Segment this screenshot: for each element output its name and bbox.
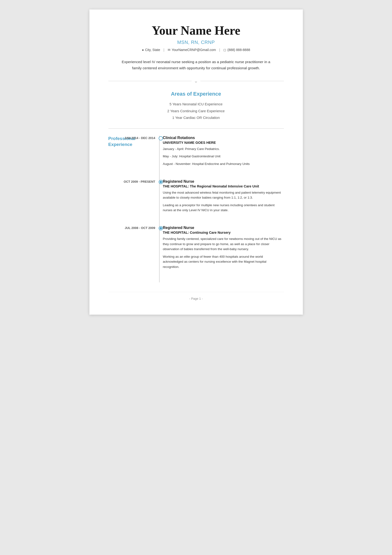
exp-detail-2-0: Using the most advanced wireless fetal m… bbox=[163, 190, 284, 200]
credentials: MSN, RN, CRNP bbox=[108, 40, 284, 45]
page-footer: - Page 1 - bbox=[108, 292, 284, 300]
timeline-area: JAN 2014 - DEC 2014 Clinical Rotations U… bbox=[156, 136, 284, 282]
exp-org-1: UNIVERSITY NAME GOES HERE bbox=[163, 141, 284, 145]
phone-icon: ◻ bbox=[223, 48, 226, 52]
exp-org-2: THE HOSPITAL: The Regional Neonatal Inte… bbox=[163, 184, 284, 188]
email-item: ✉ YourNameCRNP@Gmail.com bbox=[168, 48, 216, 52]
exp-entry-1: JAN 2014 - DEC 2014 Clinical Rotations U… bbox=[163, 136, 284, 169]
professional-experience-section: Professional Experience JAN 2014 - DEC 2… bbox=[108, 136, 284, 282]
email-text: YourNameCRNP@Gmail.com bbox=[172, 48, 216, 52]
exp-date-1: JAN 2014 - DEC 2014 bbox=[115, 136, 158, 140]
exp-sidebar: Professional Experience bbox=[108, 136, 156, 282]
exp-org-3: THE HOSPITAL: Continuing Care Nursery bbox=[163, 231, 284, 234]
page-label: - Page 1 - bbox=[189, 297, 203, 300]
location-icon: ● bbox=[142, 48, 144, 52]
timeline-dot-3 bbox=[159, 226, 163, 230]
areas-list: 5 Years Neonatal ICU Experience 2 Years … bbox=[108, 101, 284, 121]
exp-role-3: Registered Nurse bbox=[163, 226, 284, 230]
contact-bar: ● City, State | ✉ YourNameCRNP@Gmail.com… bbox=[108, 48, 284, 52]
exp-detail-2-1: Leading as a preceptor for multiple new … bbox=[163, 203, 284, 213]
exp-detail-1-2: August - November: Hospital Endocrine an… bbox=[163, 161, 284, 167]
exp-entry-3: JUL 2008 - OCT 2009 Registered Nurse THE… bbox=[163, 226, 284, 272]
email-icon: ✉ bbox=[168, 48, 171, 52]
exp-detail-3-1: Working as an elite group of fewer than … bbox=[163, 254, 284, 270]
areas-item-3: 1 Year Cardiac OR Circulation bbox=[108, 114, 284, 121]
areas-of-experience-section: Areas of Experience 5 Years Neonatal ICU… bbox=[108, 91, 284, 121]
phone-item: ◻ (888) 888-8888 bbox=[223, 48, 250, 52]
candidate-name: Your Name Here bbox=[108, 24, 284, 37]
separator-1: | bbox=[163, 48, 164, 52]
location-item: ● City, State bbox=[142, 48, 160, 52]
exp-role-2: Registered Nurse bbox=[163, 179, 284, 184]
resume-header: Your Name Here MSN, RN, CRNP ● City, Sta… bbox=[108, 24, 284, 52]
timeline-dot-2 bbox=[159, 180, 163, 184]
exp-content-3: Registered Nurse THE HOSPITAL: Continuin… bbox=[163, 226, 284, 272]
location-text: City, State bbox=[145, 48, 160, 52]
exp-date-3: JUL 2008 - OCT 2009 bbox=[115, 226, 158, 230]
exp-content-2: Registered Nurse THE HOSPITAL: The Regio… bbox=[163, 179, 284, 215]
chevron-down-icon: ⌄ bbox=[192, 78, 200, 84]
areas-item-1: 5 Years Neonatal ICU Experience bbox=[108, 101, 284, 108]
areas-title: Areas of Experience bbox=[108, 91, 284, 97]
section-divider bbox=[108, 128, 284, 129]
exp-detail-3-0: Providing family centered, specialized c… bbox=[163, 236, 284, 252]
exp-date-2: OCT 2009 - PRESENT bbox=[115, 179, 158, 183]
exp-content-1: Clinical Rotations UNIVERSITY NAME GOES … bbox=[163, 136, 284, 169]
summary-text: Experienced level IV neonatal nurse seek… bbox=[118, 59, 274, 71]
resume-page: Your Name Here MSN, RN, CRNP ● City, Sta… bbox=[89, 9, 303, 315]
exp-detail-1-1: May - July: Hospital Gastrointestinal Un… bbox=[163, 154, 284, 159]
separator-2: | bbox=[219, 48, 220, 52]
exp-detail-1-0: January - April: Primary Care Pediatrics… bbox=[163, 146, 284, 152]
exp-entry-2: OCT 2009 - PRESENT Registered Nurse THE … bbox=[163, 179, 284, 215]
exp-role-1: Clinical Rotations bbox=[163, 136, 284, 140]
divider-chevron: ⌄ bbox=[108, 78, 284, 84]
timeline-dot-1 bbox=[159, 137, 163, 140]
areas-item-2: 2 Years Continuing Care Experience bbox=[108, 108, 284, 115]
phone-text: (888) 888-8888 bbox=[228, 48, 250, 52]
